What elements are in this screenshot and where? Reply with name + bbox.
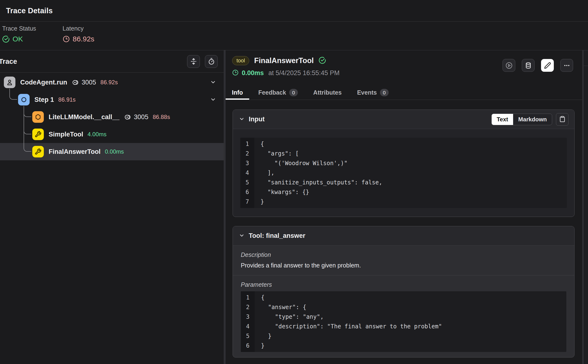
code-line: }	[255, 341, 566, 351]
trace-span-row[interactable]: LiteLLMModel.__call__ 3005 86.88s	[0, 108, 224, 126]
span-kind-icon	[32, 111, 44, 123]
span-actions	[503, 59, 573, 72]
line-number: 4	[241, 322, 255, 331]
detail-tabs: Info Feedback 0 Attributes Events	[226, 85, 582, 100]
trace-status-stat: Trace Status OK	[2, 25, 36, 43]
code-line: ],	[254, 168, 567, 178]
circle-icon	[20, 96, 27, 103]
line-number: 6	[241, 341, 255, 351]
tool-parameters-section: Parameters 123456 { "answer": { "type": …	[233, 275, 574, 357]
view-mode-text[interactable]: Text	[492, 114, 513, 125]
trace-span-row[interactable]: Step 1 86.91s	[0, 91, 224, 108]
description-label: Description	[241, 251, 566, 258]
clipboard-icon	[559, 116, 566, 123]
check-circle-icon	[2, 35, 10, 43]
span-kind-badge: tool	[232, 56, 249, 65]
chevron-down-icon	[210, 96, 216, 104]
span-kind-icon	[18, 94, 30, 105]
code-lines: { "args": [ "('Woodrow Wilson',)" ], "sa…	[254, 138, 567, 208]
code-line: "type": "any",	[255, 312, 566, 322]
span-token-count: 3005	[124, 113, 148, 121]
input-card-title: Input	[249, 116, 265, 123]
trace-status-value: OK	[2, 35, 36, 43]
tool-card-header[interactable]: Tool: final_answer	[233, 226, 574, 246]
parameters-code-block[interactable]: 123456 { "answer": { "type": "any", "des…	[241, 291, 566, 352]
line-number: 7	[240, 197, 254, 207]
code-line: }	[255, 331, 566, 341]
detail-tab[interactable]: Feedback 0	[252, 85, 304, 100]
input-card-actions: Text Markdown	[491, 113, 568, 126]
replay-button[interactable]	[503, 59, 515, 72]
tab-count-badge: 0	[380, 89, 389, 96]
trace-span-row[interactable]: CodeAgent.run 3005 86.92s	[0, 74, 224, 91]
chevron-down-icon	[239, 116, 245, 123]
trace-span-row[interactable]: SimpleTool 4.00ms	[0, 126, 224, 143]
pencil-icon	[544, 62, 551, 69]
annotate-button[interactable]	[541, 59, 554, 72]
code-line: "answer": {	[255, 302, 566, 312]
line-number: 2	[240, 149, 254, 158]
span-name: CodeAgent.run	[20, 79, 67, 86]
panel-resize-divider[interactable]	[224, 50, 226, 364]
detail-tab[interactable]: Info	[226, 85, 249, 100]
stopwatch-icon	[208, 58, 215, 65]
parameters-label: Parameters	[241, 281, 566, 288]
trace-status-bar: Trace Status OK Latency 86.92s	[0, 22, 588, 50]
span-name: LiteLLMModel.__call__	[49, 113, 119, 121]
description-text: Provides a final answer to the given pro…	[241, 262, 566, 269]
trace-tree-actions	[187, 55, 218, 68]
user-icon	[6, 79, 13, 86]
view-mode-toggle: Text Markdown	[491, 114, 552, 125]
span-duration: 86.91s	[58, 96, 76, 103]
clock-icon	[63, 35, 70, 43]
ellipsis-icon	[563, 62, 570, 69]
page-title: Trace Details	[6, 6, 53, 15]
expand-vertical-icon	[190, 58, 197, 65]
row-collapse-button[interactable]	[208, 78, 218, 87]
line-number: 1	[240, 139, 254, 149]
trace-tree-panel: Trace	[0, 50, 224, 364]
drawer-header-border	[584, 66, 588, 66]
span-duration: 86.92s	[100, 79, 118, 86]
row-collapse-button[interactable]	[208, 95, 218, 104]
collapsed-side-drawer[interactable]	[584, 50, 588, 364]
line-number: 1	[241, 293, 255, 302]
span-duration: 0.00ms	[105, 148, 124, 155]
span-token-count: 3005	[72, 79, 96, 86]
span-kind-icon	[32, 146, 44, 157]
tab-label: Feedback	[258, 89, 286, 96]
trace-span-row[interactable]: FinalAnswerTool 0.00ms	[0, 143, 224, 160]
code-line: "args": [	[254, 149, 567, 158]
input-card: Input Text Markdown	[233, 110, 575, 217]
timing-toggle-button[interactable]	[205, 55, 218, 68]
tool-description-section: Description Provides a final answer to t…	[233, 246, 574, 275]
input-card-header[interactable]: Input Text Markdown	[233, 110, 574, 129]
detail-tab[interactable]: Attributes	[307, 85, 348, 100]
span-title: FinalAnswerTool	[254, 56, 314, 65]
span-duration: 4.00ms	[88, 131, 107, 138]
tab-label: Attributes	[313, 89, 342, 96]
line-number-gutter: 123456	[241, 291, 255, 352]
span-duration-value: 0.00ms	[242, 69, 264, 77]
expand-collapse-all-button[interactable]	[187, 55, 200, 68]
input-code-block[interactable]: 1234567 { "args": [ "('Woodrow Wilson',)…	[240, 138, 567, 208]
detail-tab[interactable]: Events 0	[351, 85, 395, 100]
copy-button[interactable]	[556, 113, 568, 126]
line-number: 3	[241, 312, 255, 322]
dataset-button[interactable]	[522, 59, 535, 72]
database-icon	[525, 62, 532, 69]
detail-content: Input Text Markdown	[226, 100, 582, 364]
tab-label: Info	[232, 89, 243, 96]
code-line: {	[255, 293, 566, 302]
span-name: Step 1	[34, 96, 54, 104]
latency-value: 86.92s	[63, 35, 94, 43]
trace-status-label: Trace Status	[2, 25, 36, 32]
view-mode-markdown[interactable]: Markdown	[513, 114, 552, 125]
code-lines: { "answer": { "type": "any", "descriptio…	[255, 291, 566, 352]
more-actions-button[interactable]	[560, 59, 573, 72]
span-detail-header: tool FinalAnswerTool 0.00ms at 5/4/2025 …	[226, 50, 582, 85]
tool-card-title: Tool: final_answer	[249, 232, 305, 240]
span-kind-icon	[32, 129, 44, 140]
span-duration: 86.88s	[153, 114, 170, 120]
code-line: {	[254, 139, 567, 149]
